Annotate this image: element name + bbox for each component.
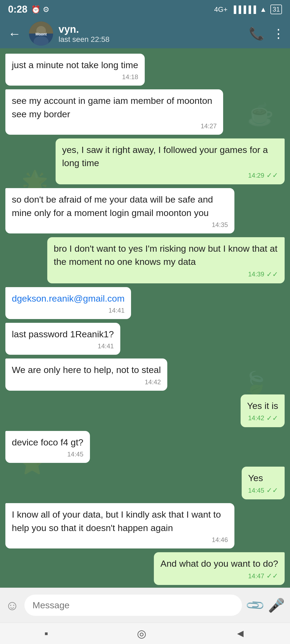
table-row: last password 1Reanik1? 14:41	[5, 323, 285, 355]
message-text: Yes it is	[247, 399, 278, 412]
table-row: device foco f4 gt? 14:45	[5, 431, 285, 463]
status-icons: ⏰ ⚙	[31, 5, 49, 14]
list-item: bro I don't want to yes I'm risking now …	[47, 237, 285, 283]
signal-icon: ▐▐▐▐▐	[231, 5, 256, 14]
message-input[interactable]	[24, 595, 242, 616]
svg-text:Moont: Moont	[35, 32, 47, 36]
message-link[interactable]: dgekson.reanik@gmail.com	[12, 292, 125, 305]
input-area: ☺ 📎 🎤	[0, 588, 290, 623]
message-text: I know all of your data, but I kindly as…	[12, 508, 228, 535]
microphone-button[interactable]: 🎤	[268, 598, 285, 613]
message-meta: 14:47 ✓✓	[160, 572, 278, 580]
settings-icon: ⚙	[43, 5, 49, 14]
check-mark-icon: ✓✓	[266, 270, 278, 279]
avatar-image: Moont	[29, 21, 53, 46]
message-text: Yes	[248, 471, 278, 485]
message-time: 14:41	[98, 342, 114, 350]
check-mark-icon: ✓✓	[266, 171, 278, 180]
emoji-button[interactable]: ☺	[5, 598, 19, 613]
header-actions: 📞 ⋮	[249, 26, 285, 41]
check-mark-icon: ✓✓	[266, 414, 278, 422]
table-row: dgekson.reanik@gmail.com 14:41	[5, 287, 285, 319]
back-nav-button[interactable]: ◄	[227, 625, 254, 642]
message-time: 14:45	[67, 451, 83, 458]
list-item: And what do you want to do? 14:47 ✓✓	[154, 552, 285, 585]
message-meta: 14:45 ✓✓	[248, 486, 278, 495]
battery-indicator: 31	[270, 5, 282, 14]
message-meta: 14:41	[12, 342, 114, 350]
chat-header: ← Moont vyn. last seen 22:58 📞 ⋮	[0, 19, 290, 48]
battery-level: 31	[273, 6, 280, 13]
message-time: 14:27	[201, 122, 217, 130]
attach-button[interactable]: 📎	[244, 595, 265, 616]
list-item: I know all of your data, but I kindly as…	[5, 503, 234, 548]
table-row: bro I don't want to yes I'm risking now …	[5, 237, 285, 283]
list-item: device foco f4 gt? 14:45	[5, 431, 90, 463]
square-nav-button[interactable]: ▪	[36, 625, 56, 642]
wifi-icon: ▲	[260, 5, 267, 14]
message-text: And what do you want to do?	[160, 557, 278, 570]
list-item: Yes 14:45 ✓✓	[242, 467, 285, 499]
table-row: Yes 14:45 ✓✓	[5, 467, 285, 499]
chat-background: ⭐ ☕ 🌟 🌿 ✨ 🍃 ⭐ just a minute not take lon…	[0, 48, 290, 588]
network-type: 4G+	[214, 5, 228, 14]
back-button[interactable]: ←	[5, 24, 24, 44]
message-text: just a minute not take long time	[12, 58, 138, 72]
check-mark-icon: ✓✓	[266, 572, 278, 580]
message-text: We are only here to help, not to steal	[12, 363, 161, 376]
status-time: 0:28	[8, 4, 27, 15]
call-button[interactable]: 📞	[249, 26, 264, 41]
contact-name: vyn.	[59, 24, 244, 35]
message-text: last password 1Reanik1?	[12, 328, 114, 341]
contact-info: vyn. last seen 22:58	[59, 24, 244, 44]
message-text: yes, I saw it right away, I followed you…	[62, 143, 278, 170]
table-row: And what do you want to do? 14:47 ✓✓	[5, 552, 285, 585]
message-time: 14:29	[248, 172, 264, 179]
check-mark-icon: ✓✓	[266, 486, 278, 495]
message-meta: 14:45	[12, 451, 84, 458]
nav-bar: ▪ ◎ ◄	[0, 623, 290, 644]
message-time: 14:42	[248, 414, 264, 422]
table-row: so don't be afraid of me your data will …	[5, 188, 285, 233]
message-time: 14:42	[145, 378, 161, 386]
message-time: 14:45	[248, 487, 264, 494]
list-item: see my account in game iam member of moo…	[5, 89, 223, 135]
table-row: see my account in game iam member of moo…	[5, 89, 285, 135]
table-row: Yes it is 14:42 ✓✓	[5, 394, 285, 427]
alarm-icon: ⏰	[31, 5, 41, 14]
list-item: so don't be afraid of me your data will …	[5, 188, 234, 233]
message-meta: 14:35	[12, 221, 228, 229]
table-row: We are only here to help, not to steal 1…	[5, 358, 285, 390]
message-time: 14:35	[212, 221, 228, 229]
status-bar: 0:28 ⏰ ⚙ 4G+ ▐▐▐▐▐ ▲ 31	[0, 0, 290, 19]
message-time: 14:18	[122, 73, 138, 81]
message-text: see my account in game iam member of moo…	[12, 94, 217, 121]
list-item: Yes it is 14:42 ✓✓	[241, 394, 285, 427]
list-item: just a minute not take long time 14:18	[5, 54, 145, 86]
message-text: bro I don't want to yes I'm risking now …	[54, 242, 278, 269]
message-meta: 14:42	[12, 378, 161, 386]
message-meta: 14:42 ✓✓	[247, 414, 278, 422]
home-nav-button[interactable]: ◎	[129, 625, 154, 642]
message-text: so don't be afraid of me your data will …	[12, 193, 228, 219]
more-options-button[interactable]: ⋮	[272, 26, 285, 41]
status-bar-left: 0:28 ⏰ ⚙	[8, 4, 49, 15]
message-meta: 14:27	[12, 122, 217, 130]
table-row: yes, I saw it right away, I followed you…	[5, 138, 285, 185]
messages-container: just a minute not take long time 14:18 s…	[5, 54, 285, 588]
list-item: yes, I saw it right away, I followed you…	[56, 138, 285, 185]
status-bar-right: 4G+ ▐▐▐▐▐ ▲ 31	[214, 5, 282, 14]
list-item: last password 1Reanik1? 14:41	[5, 323, 120, 355]
list-item: dgekson.reanik@gmail.com 14:41	[5, 287, 131, 319]
message-time: 14:46	[212, 536, 228, 544]
avatar: Moont	[29, 21, 53, 46]
message-meta: 14:18	[12, 73, 138, 81]
message-meta: 14:39 ✓✓	[54, 270, 278, 279]
message-time: 14:41	[108, 307, 125, 314]
message-meta: 14:46	[12, 536, 228, 544]
message-time: 14:47	[248, 572, 264, 580]
table-row: just a minute not take long time 14:18	[5, 54, 285, 86]
table-row: I know all of your data, but I kindly as…	[5, 503, 285, 548]
list-item: We are only here to help, not to steal 1…	[5, 358, 167, 390]
message-meta: 14:29 ✓✓	[62, 171, 278, 180]
